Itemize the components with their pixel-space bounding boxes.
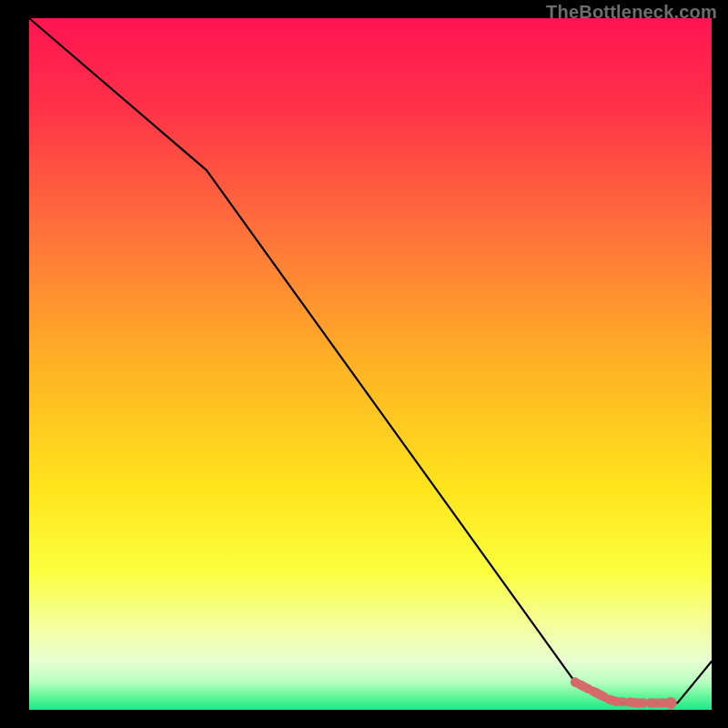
chart-overlay [29,18,712,710]
marker-dot [646,698,655,707]
chart-frame: TheBottleneck.com [0,0,728,728]
marker-end-dot [665,697,677,709]
marker-dot [612,697,621,706]
series-line [29,18,712,703]
watermark-text: TheBottleneck.com [546,2,717,23]
